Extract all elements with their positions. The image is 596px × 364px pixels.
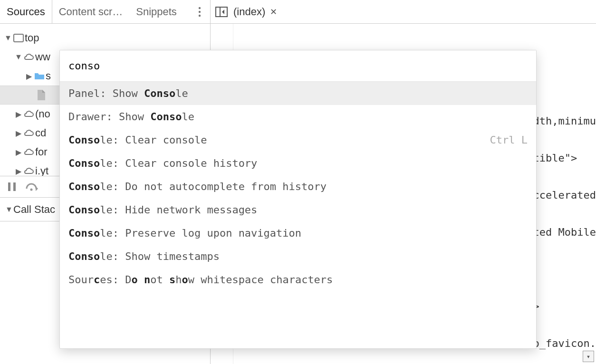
tree-label: ww xyxy=(35,51,50,63)
svg-point-0 xyxy=(199,7,201,9)
chevron-down-icon: ▼ xyxy=(4,34,12,42)
step-over-icon[interactable] xyxy=(26,182,39,192)
chevron-right-icon: ▶ xyxy=(14,110,23,119)
command-palette-item-label: Console: Clear console xyxy=(68,134,207,146)
tree-label: cd xyxy=(35,127,46,139)
command-palette-item[interactable]: Console: Hide network messages xyxy=(60,198,536,221)
cloud-icon xyxy=(23,129,35,137)
command-palette-item[interactable]: Console: Clear console history xyxy=(60,152,536,175)
svg-rect-7 xyxy=(216,7,227,17)
tree-label: top xyxy=(25,32,39,44)
command-palette-item-label: Console: Do not autocomplete from histor… xyxy=(68,181,327,192)
command-palette-input[interactable] xyxy=(60,50,536,82)
command-palette-item[interactable]: Console: Show timestamps xyxy=(60,245,536,268)
command-palette-item-label: Console: Clear console history xyxy=(68,157,257,169)
svg-point-1 xyxy=(199,10,201,12)
tree-label: for xyxy=(35,146,48,158)
tree-label: (no xyxy=(35,108,50,120)
svg-rect-3 xyxy=(14,34,23,42)
callstack-label: Call Stac xyxy=(13,203,55,216)
command-palette-item[interactable]: Drawer: Show Console xyxy=(60,105,536,128)
command-palette-item[interactable]: Panel: Show Console xyxy=(60,82,536,105)
scroll-to-bottom-icon[interactable]: ▾ xyxy=(583,351,594,362)
tab-sources[interactable]: Sources xyxy=(0,0,52,23)
command-palette-shortcut: Ctrl L xyxy=(490,134,528,146)
command-palette: Panel: Show ConsoleDrawer: Show ConsoleC… xyxy=(59,50,537,349)
command-palette-item-label: Panel: Show Console xyxy=(68,87,188,99)
chevron-down-icon: ▼ xyxy=(14,53,23,61)
cloud-icon xyxy=(23,148,35,156)
svg-rect-5 xyxy=(13,182,16,191)
command-palette-item-label: Sources: Do not show whitespace characte… xyxy=(68,274,333,286)
pause-icon[interactable] xyxy=(8,182,16,192)
svg-rect-4 xyxy=(8,182,10,191)
cloud-icon xyxy=(23,53,35,61)
command-palette-item[interactable]: Console: Clear consoleCtrl L xyxy=(60,128,536,152)
command-palette-item-label: Console: Hide network messages xyxy=(68,204,257,216)
tree-top[interactable]: ▼ top xyxy=(0,29,210,48)
code-overflow: dth,minimu tible"> ccelerated ted Mobile… xyxy=(533,90,596,364)
tab-snippets[interactable]: Snippets xyxy=(129,0,183,23)
chevron-right-icon: ▶ xyxy=(25,72,33,81)
toggle-navigator-icon[interactable] xyxy=(215,7,228,17)
tab-content-scripts[interactable]: Content scr… xyxy=(52,0,130,23)
file-tab-index[interactable]: (index) ✕ xyxy=(233,6,277,18)
command-palette-item-label: Drawer: Show Console xyxy=(68,111,194,123)
cloud-icon xyxy=(23,167,35,175)
chevron-right-icon: ▶ xyxy=(14,129,23,138)
frame-icon xyxy=(12,34,25,42)
svg-point-2 xyxy=(199,14,201,16)
command-palette-item[interactable]: Console: Preserve log upon navigation xyxy=(60,221,536,245)
editor-tabbar: (index) ✕ xyxy=(211,0,596,24)
file-tab-label: (index) xyxy=(233,6,265,18)
tree-label: s xyxy=(46,70,51,82)
close-icon[interactable]: ✕ xyxy=(270,7,277,17)
chevron-right-icon: ▶ xyxy=(14,167,23,176)
svg-point-6 xyxy=(30,189,33,191)
cloud-icon xyxy=(23,110,35,118)
command-palette-item-label: Console: Preserve log upon navigation xyxy=(68,227,301,239)
svg-rect-8 xyxy=(216,7,220,17)
command-palette-item[interactable]: Console: Do not autocomplete from histor… xyxy=(60,175,536,198)
command-palette-item-label: Console: Show timestamps xyxy=(68,250,220,262)
tree-label: i.yt xyxy=(35,165,48,176)
chevron-right-icon: ▶ xyxy=(14,148,23,157)
folder-icon xyxy=(33,72,46,80)
tabs-overflow-icon[interactable] xyxy=(194,7,205,17)
panel-tabs: Sources Content scr… Snippets xyxy=(0,0,210,24)
chevron-down-icon: ▼ xyxy=(5,205,13,214)
file-icon xyxy=(35,89,48,101)
command-palette-item[interactable]: Sources: Do not show whitespace characte… xyxy=(60,268,536,291)
